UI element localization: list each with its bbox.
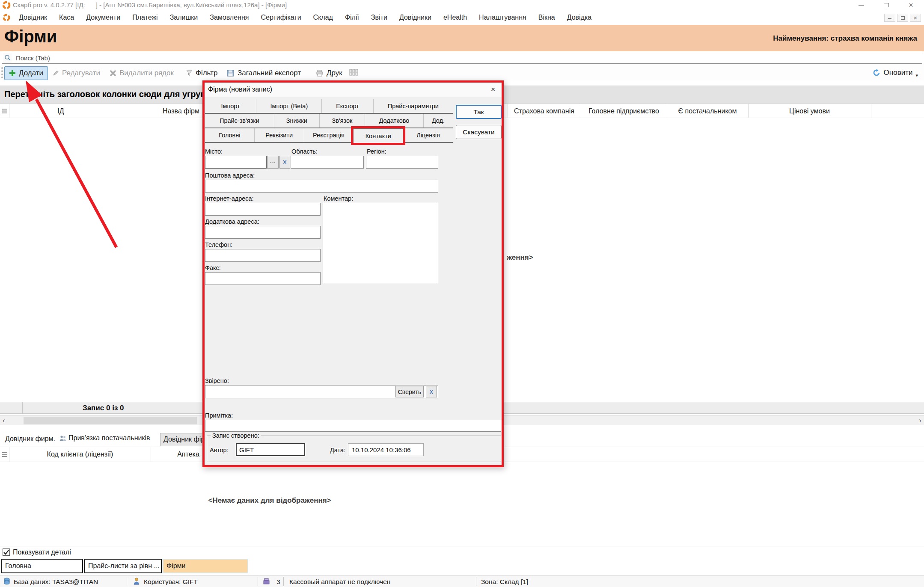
bottom-tab-pricelists[interactable]: Прайс-листи за рівн ... xyxy=(84,559,162,573)
menu-item-platezhi[interactable]: Платежі xyxy=(126,10,164,25)
extra-address-label: Додаткова адреса: xyxy=(205,218,259,225)
region-label: Регіон: xyxy=(367,148,386,155)
menu-item-dokumenty[interactable]: Документи xyxy=(80,10,126,25)
close-button[interactable]: × xyxy=(899,0,923,10)
detail-grid-options-icon[interactable] xyxy=(2,452,8,460)
check-icon xyxy=(3,550,9,555)
menu-item-zvity[interactable]: Звіти xyxy=(365,10,393,25)
ok-button[interactable]: Так xyxy=(456,105,502,119)
firm-dialog: Фірма (новий запис) × Імпорт Імпорт (Bet… xyxy=(202,80,504,467)
column-header-supplier[interactable]: Є постачальником xyxy=(667,104,748,118)
city-lookup-button[interactable]: ··· xyxy=(267,156,279,169)
columns-icon[interactable] xyxy=(349,69,359,77)
internet-address-label: Інтернет-адреса: xyxy=(205,195,254,202)
city-label: Місто: xyxy=(205,148,223,155)
mdi-close-button[interactable]: × xyxy=(910,14,921,22)
toolbar: Додати Редагувати Видалити рядок Фільтр … xyxy=(0,65,924,80)
app-logo-icon-small xyxy=(3,14,10,23)
search-bar xyxy=(0,51,924,64)
tab-registration[interactable]: Реєстрація xyxy=(304,128,354,142)
extra-address-field[interactable] xyxy=(205,226,321,239)
dialog-title: Фірма (новий запис) xyxy=(208,86,272,93)
app-window: Скарб pro v. 4.0.2.77 [ІД: ] - [Апт №003… xyxy=(0,0,924,587)
print-button[interactable]: Друк xyxy=(316,67,342,79)
add-button-label: Додати xyxy=(19,69,43,77)
scrollbar-thumb[interactable] xyxy=(24,417,197,424)
detail-column-client-code[interactable]: Код клієнта (ліцензії) xyxy=(9,447,151,462)
tab-contacts[interactable]: Контакти xyxy=(353,128,403,143)
tab-connection[interactable]: Зв'язок xyxy=(319,114,365,127)
mdi-restore-button[interactable] xyxy=(897,14,908,22)
cancel-button[interactable]: Скасувати xyxy=(456,125,502,139)
filter-button[interactable]: Фільтр xyxy=(186,67,217,79)
menu-item-dovidnyky[interactable]: Довідники xyxy=(393,10,437,25)
add-button[interactable]: Додати xyxy=(4,66,48,80)
mdi-minimize-button[interactable]: – xyxy=(884,14,895,22)
export-button[interactable]: Загальний експорт xyxy=(227,67,301,79)
phone-field[interactable] xyxy=(205,249,321,262)
detail-tab-supplier-binding[interactable]: Прив'язка постачальників xyxy=(59,434,150,442)
delete-row-button[interactable]: Видалити рядок xyxy=(110,67,174,79)
note-field[interactable] xyxy=(205,420,501,432)
city-clear-button[interactable]: X xyxy=(279,156,290,169)
bottom-tab-firms[interactable]: Фірми xyxy=(163,559,248,573)
city-field[interactable] xyxy=(205,156,267,169)
oblast-field[interactable] xyxy=(291,156,364,169)
date-field[interactable] xyxy=(348,443,424,456)
menu-item-filii[interactable]: Філії xyxy=(339,10,365,25)
tab-export[interactable]: Експорт xyxy=(321,99,373,113)
column-header-id[interactable]: ІД xyxy=(9,104,112,118)
column-header-insurance[interactable]: Страхова компанія xyxy=(508,104,581,118)
search-input[interactable] xyxy=(15,53,915,63)
detail-no-data-text: <Немає даних для відображення> xyxy=(141,496,398,505)
tab-additional[interactable]: Додатково xyxy=(365,114,423,127)
verify-clear-button[interactable]: X xyxy=(426,386,437,397)
tab-import-beta[interactable]: Імпорт (Beta) xyxy=(256,99,321,113)
show-details-checkbox[interactable] xyxy=(3,548,10,556)
comment-field[interactable] xyxy=(323,203,438,283)
app-logo-icon xyxy=(2,1,11,11)
verified-field[interactable]: Сверить X xyxy=(205,385,438,398)
menu-item-nalashtuvannia[interactable]: Налаштування xyxy=(473,10,532,25)
menu-item-zalyshky[interactable]: Залишки xyxy=(164,10,204,25)
tab-main[interactable]: Головні xyxy=(205,128,254,142)
tab-import[interactable]: Імпорт xyxy=(205,99,256,113)
refresh-button[interactable]: Оновити ▾ xyxy=(872,66,918,79)
column-header-price-terms[interactable]: Цінові умови xyxy=(748,104,871,118)
menu-item-dovidnyk[interactable]: Довідник xyxy=(13,10,53,25)
menu-item-vikna[interactable]: Вікна xyxy=(532,10,561,25)
grid-options-icon[interactable] xyxy=(2,108,8,116)
detail-tab-firms-directory-2[interactable]: Довідник фір xyxy=(160,433,203,446)
fax-field[interactable] xyxy=(205,272,321,285)
verify-button[interactable]: Сверить xyxy=(395,386,424,397)
column-header-head-company[interactable]: Головне підприємство xyxy=(581,104,667,118)
scroll-right-arrow[interactable]: › xyxy=(916,416,924,425)
menu-item-ehealth[interactable]: eHealth xyxy=(437,10,473,25)
tab-dod[interactable]: Дод. xyxy=(423,114,453,127)
region-field[interactable] xyxy=(366,156,438,169)
edit-button[interactable]: Редагувати xyxy=(52,67,100,79)
tab-price-links[interactable]: Прайс-зв'язки xyxy=(205,114,274,127)
author-field[interactable] xyxy=(236,443,305,456)
tab-discounts[interactable]: Знижки xyxy=(274,114,319,127)
postal-address-field[interactable] xyxy=(205,180,438,193)
detail-tab-firms-directory[interactable]: Довідник фирм. xyxy=(5,435,55,443)
scroll-left-arrow[interactable]: ‹ xyxy=(0,416,8,425)
dialog-close-button[interactable]: × xyxy=(487,84,499,95)
toolbar-drag-handle[interactable] xyxy=(1,67,3,78)
firm-dialog-inner: Фірма (новий запис) × Імпорт Імпорт (Bet… xyxy=(205,83,502,465)
minimize-button[interactable] xyxy=(850,0,873,10)
tab-license[interactable]: Ліцензія xyxy=(403,128,453,142)
tab-requisites[interactable]: Реквізити xyxy=(254,128,304,142)
menu-item-sertyfikaty[interactable]: Сертифікати xyxy=(255,10,307,25)
bottom-tab-home-label: Головна xyxy=(5,562,31,570)
menu-item-sklad[interactable]: Склад xyxy=(307,10,339,25)
bottom-tab-home[interactable]: Головна xyxy=(1,559,83,573)
internet-address-field[interactable] xyxy=(205,203,321,216)
menu-item-dovidka[interactable]: Довідка xyxy=(561,10,598,25)
tab-price-params[interactable]: Прайс-параметри xyxy=(373,99,453,113)
refresh-icon xyxy=(872,69,881,77)
menu-item-kasa[interactable]: Каса xyxy=(53,10,80,25)
menu-item-zamovlennia[interactable]: Замовлення xyxy=(204,10,255,25)
maximize-button[interactable] xyxy=(874,0,898,10)
